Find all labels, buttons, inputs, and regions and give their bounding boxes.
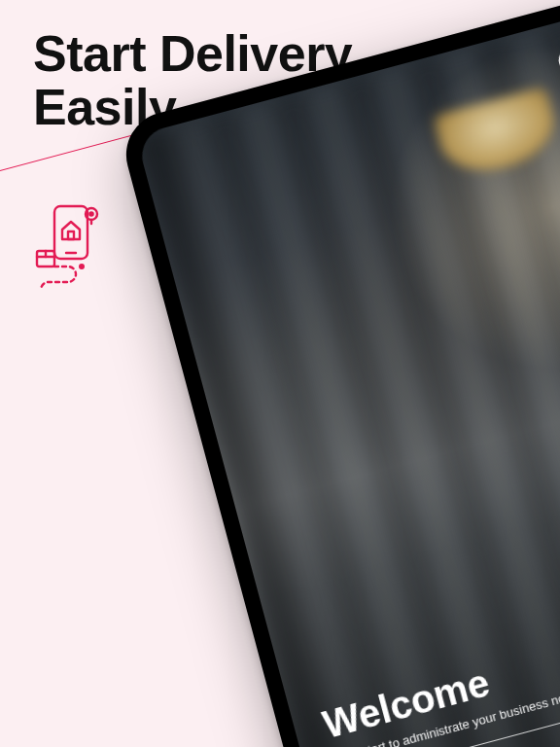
tablet-mockup: Ordering Welcome Let's start to administ… (117, 0, 560, 747)
svg-point-8 (79, 264, 85, 269)
tablet-screen: Ordering Welcome Let's start to administ… (136, 0, 560, 747)
svg-point-4 (89, 212, 92, 215)
promo-canvas: Start Delivery Easily (0, 0, 560, 747)
svg-rect-2 (68, 231, 74, 239)
tablet-frame: Ordering Welcome Let's start to administ… (117, 0, 560, 747)
delivery-route-icon (35, 202, 111, 292)
